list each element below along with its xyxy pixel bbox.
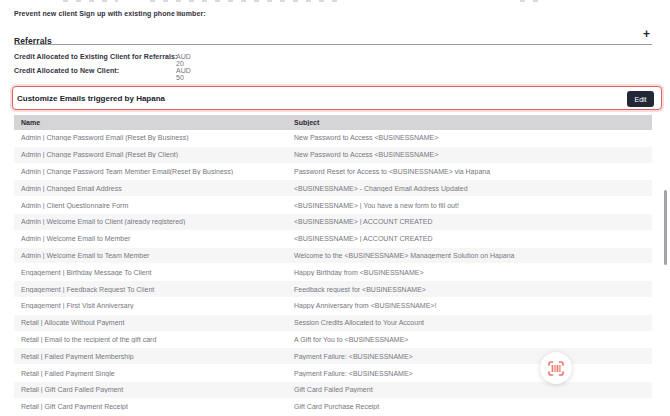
- table-row[interactable]: Admin | Change Password Team Member Emai…: [14, 164, 652, 181]
- email-subject-cell: A Gift for You to <BUSINESSNAME>: [287, 336, 652, 343]
- email-subject-cell: Session Credits Allocated to Your Accoun…: [287, 319, 652, 326]
- clipped-previous-row: [0, 0, 670, 3]
- email-name-cell: Retail | Allocate Without Payment: [14, 319, 287, 326]
- vertical-scrollbar: [662, 115, 670, 415]
- table-row[interactable]: Admin | Change Password Email (Reset By …: [14, 130, 652, 147]
- table-row[interactable]: Retail | Gift Card Failed Payment Gift C…: [14, 382, 652, 399]
- prevent-signup-setting: Prevent new client Sign up with existing…: [14, 10, 206, 20]
- email-subject-cell: New Password to Access <BUSINESSNAME>: [287, 151, 652, 158]
- referrals-divider: [14, 44, 652, 45]
- email-name-cell: Retail | Failed Payment Single: [14, 370, 287, 377]
- prevent-signup-value: No: [176, 10, 185, 17]
- table-row[interactable]: Admin | Welcome Email to Member <BUSINES…: [14, 231, 652, 248]
- table-row[interactable]: Retail | Email to the recipient of the g…: [14, 332, 652, 349]
- credit-new-client-row: Credit Allocated to New Client: AUD 50: [14, 67, 119, 77]
- credit-existing-client-label: Credit Allocated to Existing Client for …: [14, 53, 177, 60]
- email-name-cell: Retail | Email to the recipient of the g…: [14, 336, 287, 343]
- email-subject-cell: <BUSINESSNAME> - Changed Email Address U…: [287, 185, 652, 192]
- table-row[interactable]: Retail | Gift Card Payment Receipt Gift …: [14, 399, 652, 416]
- plus-icon[interactable]: +: [643, 28, 650, 40]
- email-name-cell: Engagement | First Visit Anniversary: [14, 302, 287, 309]
- email-subject-cell: Payment Failure: <BUSINESSNAME>: [287, 353, 652, 360]
- customize-emails-section: Customize Emails triggered by Hapana Edi…: [12, 86, 662, 110]
- scrollbar-thumb[interactable]: [664, 190, 667, 265]
- email-subject-cell: Password Reset for Access to <BUSINESSNA…: [287, 168, 652, 175]
- email-name-cell: Engagement | Feedback Request To Client: [14, 286, 287, 293]
- credit-new-client-value: AUD 50: [176, 67, 191, 81]
- email-name-cell: Admin | Changed Email Address: [14, 185, 287, 192]
- email-subject-cell: Happy Birthday from <BUSINESSNAME>: [287, 269, 652, 276]
- table-header-row: Name Subject: [14, 115, 652, 130]
- email-subject-cell: Welcome to the <BUSINESSNAME> Management…: [287, 252, 652, 259]
- email-name-cell: Engagement | Birthday Message To Client: [14, 269, 287, 276]
- table-row[interactable]: Engagement | First Visit Anniversary Hap…: [14, 298, 652, 315]
- email-subject-cell: <BUSINESSNAME> | ACCOUNT CREATED: [287, 218, 652, 225]
- credit-existing-client-value: AUD 20: [176, 53, 191, 67]
- email-name-cell: Admin | Change Password Team Member Emai…: [14, 168, 287, 175]
- email-subject-cell: Feedback request for <BUSINESSNAME>: [287, 286, 652, 293]
- email-subject-cell: Happy Anniversary from <BUSINESSNAME>!: [287, 302, 652, 309]
- edit-button[interactable]: Edit: [627, 91, 654, 107]
- table-row[interactable]: Admin | Change Password Email (Reset By …: [14, 147, 652, 164]
- column-header-subject: Subject: [287, 119, 652, 126]
- customize-emails-title: Customize Emails triggered by Hapana: [17, 94, 165, 103]
- table-row[interactable]: Admin | Changed Email Address <BUSINESSN…: [14, 180, 652, 197]
- email-subject-cell: <BUSINESSNAME> | ACCOUNT CREATED: [287, 235, 652, 242]
- table-row[interactable]: Engagement | Birthday Message To Client …: [14, 264, 652, 281]
- table-row[interactable]: Engagement | Feedback Request To Client …: [14, 281, 652, 298]
- email-subject-cell: Payment Failure: <BUSINESSNAME>: [287, 370, 652, 377]
- email-name-cell: Admin | Change Password Email (Reset By …: [14, 151, 287, 158]
- table-row[interactable]: Retail | Allocate Without Payment Sessio…: [14, 315, 652, 332]
- settings-page: Prevent new client Sign up with existing…: [0, 0, 670, 416]
- email-subject-cell: Gift Card Purchase Receipt: [287, 403, 652, 410]
- credit-new-client-label: Credit Allocated to New Client:: [14, 67, 119, 74]
- email-name-cell: Admin | Change Password Email (Reset By …: [14, 134, 287, 141]
- email-subject-cell: New Password to Access <BUSINESSNAME>: [287, 134, 652, 141]
- credit-existing-client-row: Credit Allocated to Existing Client for …: [14, 53, 177, 63]
- email-subject-cell: <BUSINESSNAME> | You have a new form to …: [287, 202, 652, 209]
- table-row[interactable]: Admin | Welcome Email to Client (already…: [14, 214, 652, 231]
- floating-scan-button[interactable]: [540, 352, 572, 384]
- email-name-cell: Admin | Welcome Email to Client (already…: [14, 218, 287, 225]
- barcode-scan-icon: [548, 361, 564, 376]
- email-name-cell: Admin | Welcome Email to Team Member: [14, 252, 287, 259]
- table-row[interactable]: Admin | Client Questionnaire Form <BUSIN…: [14, 197, 652, 214]
- email-name-cell: Admin | Client Questionnaire Form: [14, 202, 287, 209]
- email-name-cell: Retail | Gift Card Payment Receipt: [14, 403, 287, 410]
- column-header-name: Name: [14, 119, 287, 126]
- referrals-section-header: Referrals +: [14, 30, 652, 48]
- table-row[interactable]: Admin | Welcome Email to Team Member Wel…: [14, 248, 652, 265]
- email-name-cell: Admin | Welcome Email to Member: [14, 235, 287, 242]
- email-subject-cell: Gift Card Failed Payment: [287, 386, 652, 393]
- email-name-cell: Retail | Failed Payment Membership: [14, 353, 287, 360]
- email-name-cell: Retail | Gift Card Failed Payment: [14, 386, 287, 393]
